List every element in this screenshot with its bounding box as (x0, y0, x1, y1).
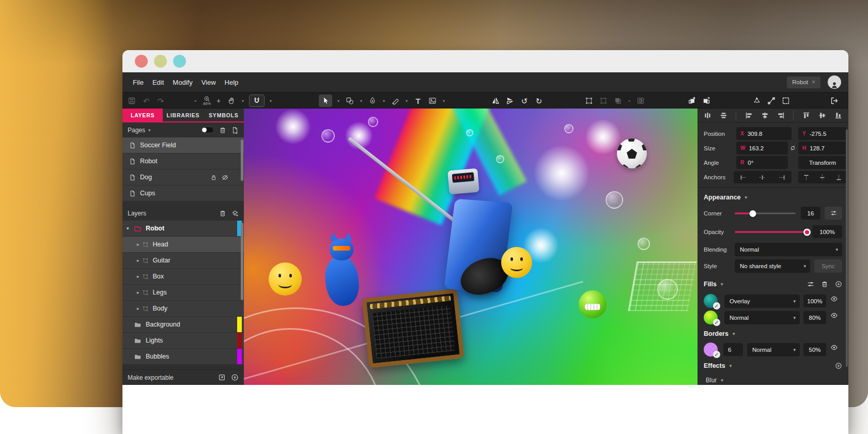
align-center-horizontal-icon[interactable] (761, 112, 769, 119)
fills-header[interactable]: Fills ▾ (698, 278, 848, 290)
align-left-icon[interactable] (745, 112, 753, 119)
opacity-slider[interactable] (735, 231, 807, 233)
size-w-field[interactable]: W 163.2 (736, 142, 788, 154)
layer-row-box[interactable]: ▸ Box (122, 269, 244, 284)
size-h-field[interactable]: H 128.7 (798, 142, 847, 154)
fill-visibility-button[interactable] (830, 312, 838, 319)
layers-scrollbar[interactable] (241, 223, 243, 300)
rotate-cw-button[interactable]: ↻ (534, 95, 544, 107)
layer-row-lights[interactable]: ▾ Lights (122, 333, 244, 348)
make-exportable-label[interactable]: Make exportable (128, 374, 174, 381)
add-page-icon[interactable] (231, 127, 239, 134)
corner-slider[interactable] (735, 213, 796, 214)
transform-button[interactable]: Transform (798, 156, 847, 169)
tab-libraries[interactable]: LIBRARIES (163, 109, 203, 121)
pages-scrollbar[interactable] (241, 140, 243, 181)
flip-vertical-button[interactable] (505, 95, 515, 107)
border-blend-dropdown[interactable]: Normal ▾ (747, 343, 800, 357)
close-window-button[interactable] (135, 55, 148, 68)
menu-edit[interactable]: Edit (152, 79, 164, 86)
align-middle-icon[interactable] (818, 112, 826, 119)
image-tool-caret-icon[interactable]: ▾ (442, 99, 446, 103)
page-row-cups[interactable]: Cups (122, 185, 244, 201)
blur-header[interactable]: Blur ▾ (698, 374, 848, 386)
border-color-swatch[interactable] (704, 343, 718, 357)
boolean-ops-button[interactable] (613, 95, 623, 107)
border-opacity-value[interactable]: 50% (803, 343, 826, 356)
pages-header-label[interactable]: Pages (128, 127, 145, 134)
pages-caret-icon[interactable]: ▾ (148, 128, 151, 133)
mask-button[interactable] (636, 95, 646, 107)
user-avatar[interactable] (828, 75, 841, 89)
zoom-in-button[interactable]: + (215, 97, 222, 105)
page-row-dog[interactable]: Dog (122, 169, 244, 185)
image-tool-button[interactable] (427, 95, 438, 107)
layer-color-tag[interactable] (237, 333, 242, 348)
pen-tool-button[interactable] (367, 95, 378, 107)
layer-row-head[interactable]: ▸ Head (122, 237, 244, 252)
style-dropdown[interactable]: No shared style ▾ (735, 259, 810, 273)
shape-tool-button[interactable] (345, 95, 355, 107)
anchor-right-icon[interactable] (779, 174, 785, 181)
rotate-ccw-button[interactable]: ↺ (519, 95, 530, 107)
expand-caret-icon[interactable]: ▸ (137, 274, 140, 279)
eye-off-icon[interactable] (222, 174, 228, 181)
sync-style-button[interactable]: Sync (814, 259, 842, 273)
expand-caret-icon[interactable]: ▸ (137, 306, 140, 311)
pen-tool-caret-icon[interactable]: ▾ (382, 99, 386, 103)
knife-tool-caret-icon[interactable]: ▾ (405, 99, 409, 103)
anchor-middle-icon[interactable] (819, 174, 826, 181)
corner-options-button[interactable] (825, 207, 842, 220)
zoom-window-button[interactable] (173, 55, 186, 68)
tab-symbols[interactable]: SYMBOLS (204, 109, 244, 121)
group-button[interactable] (584, 95, 594, 107)
layer-row-robot[interactable]: ▾ Robot (122, 221, 244, 236)
trash-icon[interactable] (821, 281, 828, 288)
menu-modify[interactable]: Modify (173, 79, 192, 86)
close-document-icon[interactable]: × (812, 79, 815, 86)
plus-circle-icon[interactable] (835, 362, 842, 369)
pointer-tool-caret-icon[interactable]: ▾ (336, 99, 340, 103)
angle-field[interactable]: R 0° (736, 156, 788, 169)
canvas[interactable] (244, 109, 698, 385)
anchor-top-icon[interactable] (803, 174, 810, 181)
undo-button[interactable]: ↶ (141, 95, 151, 107)
appearance-header[interactable]: Appearance ▾ (698, 191, 848, 204)
zoom-tool[interactable]: 86% (203, 96, 211, 106)
menu-file[interactable]: File (133, 79, 144, 86)
pages-toggle[interactable] (201, 127, 214, 133)
distribute-horizontal-icon[interactable] (704, 112, 711, 119)
layer-row-guitar[interactable]: ▸ Guitar (122, 253, 244, 268)
pointer-tool-button[interactable] (319, 95, 332, 107)
export-slice-icon[interactable] (218, 374, 226, 381)
layer-row-background[interactable]: ▾ Background (122, 317, 244, 332)
position-x-field[interactable]: X 309.8 (736, 127, 792, 140)
layer-row-body[interactable]: ▸ Body (122, 301, 244, 316)
align-top-icon[interactable] (802, 112, 810, 119)
tab-layers[interactable]: LAYERS (122, 109, 163, 121)
border-width-value[interactable]: 6 (723, 343, 743, 356)
layer-row-legs[interactable]: ▸ Legs (122, 285, 244, 300)
fill-blend-dropdown[interactable]: Normal ▾ (724, 311, 800, 324)
menu-view[interactable]: View (202, 79, 216, 86)
fill-opacity-value[interactable]: 80% (803, 311, 826, 324)
knife-tool-button[interactable] (390, 95, 400, 107)
bring-forward-button[interactable] (687, 95, 697, 107)
position-y-field[interactable]: Y -275.5 (798, 127, 847, 140)
sliders-icon[interactable] (807, 281, 814, 288)
text-tool-button[interactable]: T (413, 95, 423, 107)
fill-color-swatch[interactable] (704, 294, 718, 308)
anchor-bottom-icon[interactable] (835, 174, 842, 181)
path-connect-button[interactable] (766, 95, 777, 107)
fill-blend-dropdown[interactable]: Overlay ▾ (724, 295, 800, 308)
layer-row-bubbles[interactable]: ▾ Bubbles (122, 349, 244, 364)
boolean-ops-caret-icon[interactable]: ▾ (627, 99, 631, 103)
flip-horizontal-button[interactable] (490, 95, 501, 107)
document-tab[interactable]: Robot × (787, 76, 820, 88)
save-button[interactable] (127, 95, 137, 107)
right-panel-scrollbar[interactable] (846, 129, 848, 367)
marquee-select-button[interactable] (781, 95, 791, 107)
trash-icon[interactable] (219, 210, 226, 217)
hand-tool-caret-icon[interactable]: ▾ (241, 99, 245, 103)
align-right-icon[interactable] (777, 112, 785, 119)
